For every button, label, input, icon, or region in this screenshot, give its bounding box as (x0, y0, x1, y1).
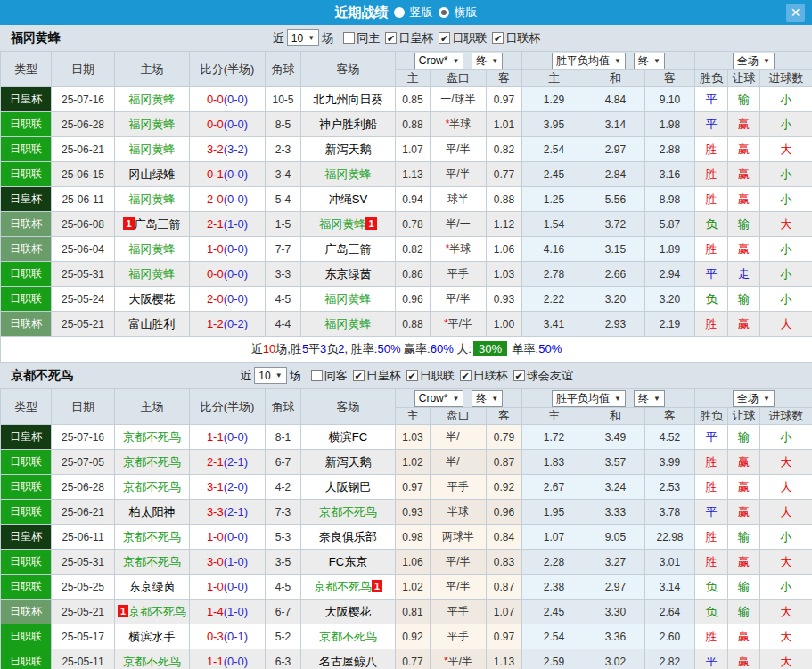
goals-cell: 大 (760, 312, 812, 337)
avg-win-cell: 2.45 (522, 600, 586, 624)
avg-win-cell: 1.54 (522, 212, 586, 237)
corner-cell: 5-2 (266, 624, 301, 649)
same-side-checkbox[interactable] (311, 370, 323, 381)
avg-time-select[interactable]: 终 (634, 390, 665, 407)
close-icon[interactable]: ✕ (786, 4, 805, 22)
league-checkbox[interactable]: ✔ (406, 370, 418, 381)
home-odds-cell: 1.13 (396, 162, 431, 187)
near-count-select[interactable]: 10 (254, 367, 286, 384)
away-team-name: 大阪钢巴 (325, 480, 372, 494)
avg-metric-select[interactable]: 胜平负均值 (552, 53, 626, 69)
home-odds-cell: 0.92 (396, 624, 431, 649)
halftime-score: (3-2) (224, 143, 248, 156)
halftime-score: (0-0) (224, 530, 248, 543)
league-checkbox[interactable]: ✔ (492, 32, 504, 44)
orientation-radio-vertical[interactable] (394, 7, 405, 18)
away-team-name: 北九州向日葵 (314, 93, 383, 106)
corner-cell: 10-5 (266, 87, 301, 112)
near-count-select[interactable]: 10 (287, 29, 319, 46)
result-cell: 平 (695, 500, 728, 525)
home-team-cell: 1广岛三箭 (115, 212, 190, 237)
avg-lose-cell: 2.19 (645, 312, 695, 337)
home-team-cell: 京都不死鸟 (115, 525, 190, 550)
odds-header-group: Crow* 终 (396, 52, 522, 70)
league-checkbox[interactable]: ✔ (513, 370, 525, 381)
match-date-cell: 25-05-17 (52, 624, 115, 649)
handicap-cell: 平/半 (431, 550, 487, 575)
summary-segment: 60% (431, 342, 454, 355)
col-header-score: 比分(半场) (190, 389, 266, 425)
avg-win-cell: 2.59 (522, 649, 586, 669)
fulltime-score: 1-0 (207, 242, 224, 256)
home-odds-cell: 1.07 (396, 137, 431, 162)
scope-select[interactable]: 全场 (733, 53, 775, 69)
orientation-radio-horizontal[interactable] (439, 7, 449, 18)
home-team-cell: 东京绿茵 (115, 575, 190, 600)
handicap-cell: *平/半 (431, 312, 487, 337)
odds-time-select[interactable]: 终 (472, 53, 503, 69)
avg-draw-cell: 3.20 (586, 287, 645, 312)
league-checkbox[interactable]: ✔ (353, 370, 365, 381)
handicap-cell: *半球 (431, 112, 487, 137)
halftime-score: (0-0) (224, 93, 248, 106)
match-type-cell: 日联杯 (1, 237, 52, 262)
league-checkbox[interactable]: ✔ (460, 370, 472, 381)
scope-header-group: 全场 (695, 52, 812, 70)
handicap-result-cell: 输 (728, 425, 760, 450)
halftime-score: (1-0) (224, 605, 248, 618)
league-checkbox[interactable]: ✔ (385, 32, 397, 44)
fulltime-score: 1-0 (207, 580, 224, 593)
result-cell: 胜 (695, 162, 728, 187)
score-cell: 1-2(0-2) (190, 312, 266, 337)
orientation-radio-horizontal-label[interactable]: 横版 (455, 4, 478, 20)
home-team-cell: 福冈黄蜂 (115, 187, 190, 212)
avg-win-cell: 2.28 (522, 550, 586, 575)
away-odds-cell: 0.84 (487, 525, 522, 550)
odds-company-select[interactable]: Crow* (414, 53, 464, 69)
handicap-result-cell: 输 (728, 600, 760, 624)
odds-company-select[interactable]: Crow* (414, 390, 464, 407)
scope-select[interactable]: 全场 (733, 390, 775, 407)
orientation-radio-vertical-label[interactable]: 竖版 (410, 4, 433, 20)
handicap-result-cell: 赢 (728, 649, 760, 669)
same-side-checkbox[interactable] (343, 32, 355, 44)
handicap-cell: 两球半 (431, 525, 487, 550)
away-team-cell: 广岛三箭 (301, 237, 396, 262)
sub-header-avg-win: 主 (522, 70, 586, 87)
sub-header-avg-win: 主 (522, 408, 586, 425)
avg-time-select[interactable]: 终 (634, 53, 665, 69)
sub-header-avg-lose: 客 (645, 408, 695, 425)
result-cell: 平 (695, 87, 728, 112)
avg-lose-cell: 3.78 (645, 500, 695, 525)
result-cell: 胜 (695, 137, 728, 162)
same-side-label: 同客 (324, 368, 348, 384)
avg-lose-cell: 2.60 (645, 624, 695, 649)
handicap-cell: 半球 (431, 500, 487, 525)
halftime-score: (2-1) (224, 455, 248, 469)
match-row: 日联杯25-06-04福冈黄蜂1-0(0-0)7-7广岛三箭0.82*半球1.0… (1, 237, 812, 262)
match-type-cell: 日皇杯 (1, 525, 52, 550)
corner-cell: 3-4 (266, 162, 301, 187)
away-team-name: 福冈黄蜂 (325, 292, 372, 306)
match-date-cell: 25-07-05 (52, 450, 115, 475)
avg-draw-cell: 3.72 (586, 212, 645, 237)
corner-cell: 6-7 (266, 450, 301, 475)
away-team-cell: 新泻天鹅 (301, 137, 396, 162)
home-odds-cell: 1.02 (396, 575, 431, 600)
corner-cell: 5-3 (266, 525, 301, 550)
match-row: 日皇杯25-06-11福冈黄蜂2-0(0-0)5-4冲绳SV0.94球半0.88… (1, 187, 812, 212)
league-checkbox[interactable]: ✔ (439, 32, 450, 44)
summary-segment: 平 (308, 342, 320, 355)
home-team-name: 东京绿茵 (129, 580, 176, 593)
avg-metric-select[interactable]: 胜平负均值 (552, 390, 626, 407)
match-type-cell: 日联杯 (1, 600, 52, 624)
match-date-cell: 25-06-21 (52, 500, 115, 525)
match-date-cell: 25-06-08 (52, 212, 115, 237)
match-type-cell: 日职联 (1, 162, 52, 187)
corner-cell: 3-3 (266, 262, 301, 287)
away-odds-cell: 1.03 (487, 262, 522, 287)
home-team-cell: 京都不死鸟 (115, 450, 190, 475)
odds-time-select[interactable]: 终 (472, 390, 503, 407)
score-cell: 3-0(1-0) (190, 550, 266, 575)
col-header-corner: 角球 (266, 389, 301, 425)
